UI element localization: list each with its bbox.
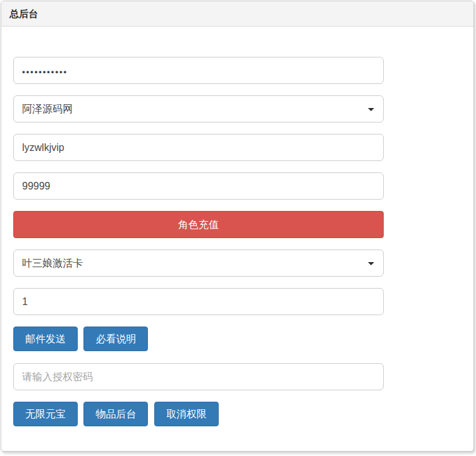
item-select-value: 叶三娘激活卡 — [22, 256, 375, 270]
server-select[interactable]: 阿泽源码网 — [13, 95, 384, 123]
panel-header: 总后台 — [1, 1, 473, 27]
items-backend-button[interactable]: 物品后台 — [83, 402, 148, 426]
chevron-down-icon — [368, 262, 374, 265]
quantity-field[interactable] — [13, 288, 384, 315]
instructions-button[interactable]: 必看说明 — [83, 327, 148, 351]
admin-panel: 总后台 阿泽源码网 角色充值 叶三娘激活卡 邮件发送 必看说明 无限元宝 物品后… — [1, 1, 474, 452]
cancel-permission-button[interactable]: 取消权限 — [154, 402, 219, 426]
page-title: 总后台 — [9, 8, 38, 19]
chevron-down-icon — [368, 108, 374, 111]
amount-field[interactable] — [13, 172, 384, 200]
unlimited-yuanbao-button[interactable]: 无限元宝 — [13, 402, 78, 426]
mail-button-row: 邮件发送 必看说明 — [13, 327, 461, 351]
bottom-button-row: 无限元宝 物品后台 取消权限 — [13, 402, 461, 426]
panel-body: 阿泽源码网 角色充值 叶三娘激活卡 邮件发送 必看说明 无限元宝 物品后台 取消… — [1, 27, 473, 436]
server-select-value: 阿泽源码网 — [22, 102, 375, 116]
item-select[interactable]: 叶三娘激活卡 — [13, 249, 384, 277]
auth-password-field[interactable] — [13, 363, 384, 390]
mail-send-button[interactable]: 邮件发送 — [13, 327, 78, 351]
role-recharge-button[interactable]: 角色充值 — [13, 211, 384, 238]
account-field[interactable] — [13, 134, 384, 161]
password-field[interactable] — [13, 57, 384, 84]
